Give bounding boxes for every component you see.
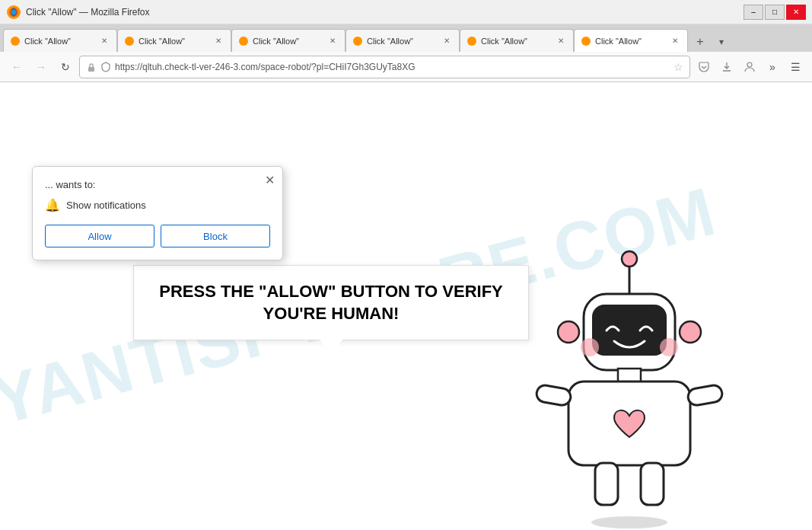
robot-illustration xyxy=(508,241,751,530)
tab-1-favicon-icon xyxy=(10,36,21,46)
title-bar-controls: – □ ✕ xyxy=(744,5,806,20)
tab-5-close-button[interactable]: ✕ xyxy=(555,35,567,47)
tab-6-label: Click "Allow" xyxy=(595,37,665,46)
profile-icon xyxy=(744,61,756,73)
window-title: Click "Allow" — Mozilla Firefox xyxy=(26,7,150,18)
svg-rect-21 xyxy=(595,463,618,505)
tab-4-close-button[interactable]: ✕ xyxy=(441,35,453,47)
tab-3[interactable]: Click "Allow" ✕ xyxy=(231,29,345,52)
svg-point-5 xyxy=(239,37,248,46)
new-tab-button[interactable]: + xyxy=(689,32,711,52)
extensions-button[interactable]: » xyxy=(762,56,783,78)
svg-point-15 xyxy=(581,338,599,356)
svg-point-10 xyxy=(747,62,752,67)
svg-point-6 xyxy=(353,37,362,46)
svg-point-4 xyxy=(125,37,134,46)
back-button[interactable]: ← xyxy=(6,56,27,78)
tab-4-favicon-icon xyxy=(352,36,363,46)
download-button[interactable] xyxy=(716,56,737,78)
pocket-button[interactable] xyxy=(693,56,715,78)
url-text: https://qltuh.check-tl-ver-246-3.com/spa… xyxy=(115,62,416,72)
page-message-box: PRESS THE "ALLOW" BUTTON TO VERIFY YOU'R… xyxy=(133,265,529,340)
svg-point-3 xyxy=(11,37,20,46)
block-button[interactable]: Block xyxy=(161,225,270,247)
popup-wants-text: ... wants to: xyxy=(45,179,270,190)
popup-permission-row: 🔔 Show notifications xyxy=(45,198,270,212)
svg-rect-19 xyxy=(535,384,572,406)
svg-point-24 xyxy=(558,321,579,343)
address-bar[interactable]: https://qltuh.check-tl-ver-246-3.com/spa… xyxy=(79,56,690,78)
profile-button[interactable] xyxy=(739,56,760,78)
popup-buttons: Allow Block xyxy=(45,225,270,247)
maximize-button[interactable]: □ xyxy=(765,5,785,20)
notification-popup: ✕ ... wants to: 🔔 Show notifications All… xyxy=(32,166,283,260)
tab-3-label: Click "Allow" xyxy=(253,37,323,46)
tab-5[interactable]: Click "Allow" ✕ xyxy=(460,29,574,52)
refresh-button[interactable]: ↻ xyxy=(55,56,76,78)
tab-2[interactable]: Click "Allow" ✕ xyxy=(117,29,231,52)
svg-point-16 xyxy=(660,338,678,356)
nav-bar: ← → ↻ https://qltuh.check-tl-ver-246-3.c… xyxy=(0,52,812,82)
allow-button[interactable]: Allow xyxy=(45,225,154,247)
shield-icon xyxy=(100,62,111,72)
svg-rect-9 xyxy=(88,67,94,72)
svg-rect-17 xyxy=(618,369,641,382)
tab-2-label: Click "Allow" xyxy=(139,37,209,46)
content-area: MYANTISPYWARE.COM PRESS THE "ALLOW" BUTT… xyxy=(0,82,812,530)
firefox-logo-icon xyxy=(6,5,21,20)
svg-rect-20 xyxy=(686,384,723,406)
tab-4-label: Click "Allow" xyxy=(367,37,437,46)
tab-1-label: Click "Allow" xyxy=(24,37,94,46)
title-bar: Click "Allow" — Mozilla Firefox – □ ✕ xyxy=(0,0,812,24)
forward-button[interactable]: → xyxy=(30,56,52,78)
svg-point-25 xyxy=(680,321,701,343)
popup-close-button[interactable]: ✕ xyxy=(265,173,275,187)
svg-point-8 xyxy=(581,37,591,46)
nav-right-buttons: » ☰ xyxy=(693,56,806,78)
close-button[interactable]: ✕ xyxy=(786,5,806,20)
tab-bar: Click "Allow" ✕ Click "Allow" ✕ Click "A… xyxy=(0,24,812,52)
page-message-text: PRESS THE "ALLOW" BUTTON TO VERIFY YOU'R… xyxy=(157,281,505,324)
tab-1-close-button[interactable]: ✕ xyxy=(98,35,110,47)
tab-2-close-button[interactable]: ✕ xyxy=(212,35,224,47)
svg-point-12 xyxy=(622,251,637,267)
download-icon xyxy=(721,61,733,73)
svg-rect-22 xyxy=(641,463,664,505)
robot-svg xyxy=(508,241,751,530)
url-display: https://qltuh.check-tl-ver-246-3.com/spa… xyxy=(115,62,670,72)
tab-6-active[interactable]: Click "Allow" ✕ xyxy=(574,29,688,52)
popup-permission-label: Show notifications xyxy=(66,200,146,211)
svg-point-7 xyxy=(467,37,476,46)
bookmark-star-icon[interactable]: ☆ xyxy=(673,61,683,73)
tab-3-favicon-icon xyxy=(238,36,249,46)
tab-5-favicon-icon xyxy=(467,36,477,46)
lock-icon xyxy=(86,62,97,72)
title-bar-left: Click "Allow" — Mozilla Firefox xyxy=(6,5,150,20)
minimize-button[interactable]: – xyxy=(744,5,763,20)
tab-2-favicon-icon xyxy=(124,36,135,46)
tab-5-label: Click "Allow" xyxy=(481,37,551,46)
tab-1[interactable]: Click "Allow" ✕ xyxy=(3,29,117,52)
bell-icon: 🔔 xyxy=(45,198,60,212)
tab-overflow-button[interactable]: ▾ xyxy=(711,32,732,52)
tab-3-close-button[interactable]: ✕ xyxy=(326,35,339,47)
svg-point-23 xyxy=(591,516,667,528)
menu-button[interactable]: ☰ xyxy=(785,56,806,78)
pocket-icon xyxy=(698,61,710,73)
tab-6-favicon-icon xyxy=(581,36,591,46)
tab-6-close-button[interactable]: ✕ xyxy=(669,35,681,47)
tab-4[interactable]: Click "Allow" ✕ xyxy=(345,29,460,52)
svg-point-2 xyxy=(11,10,16,14)
